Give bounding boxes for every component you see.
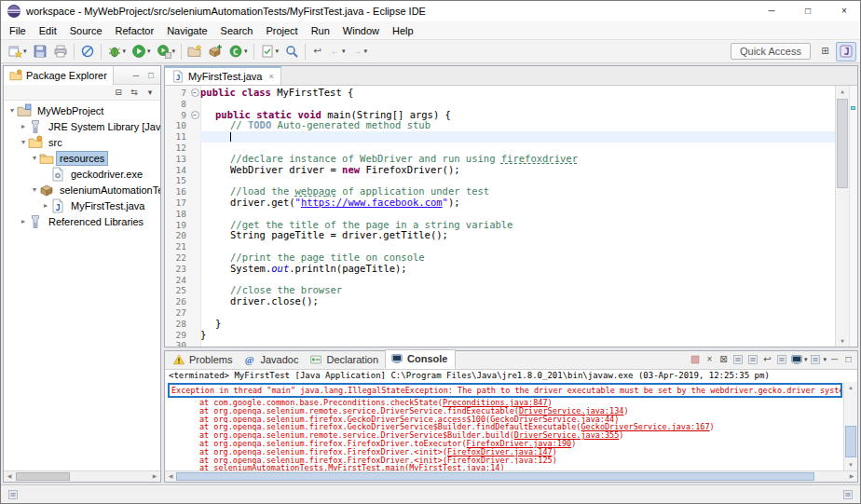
minimize-view-icon[interactable]: ─ — [130, 69, 143, 82]
menu-window[interactable]: Window — [336, 23, 386, 38]
fold-collapse-icon[interactable]: − — [191, 111, 199, 119]
last-edit-location-button[interactable]: ↩ — [308, 42, 326, 61]
run-button[interactable]: ▾ — [129, 42, 154, 61]
dropdown-icon[interactable]: ▾ — [364, 48, 368, 55]
menu-refactor[interactable]: Refactor — [109, 23, 161, 38]
stack-trace-link[interactable]: DriverService.java:134 — [519, 407, 624, 415]
dropdown-icon[interactable]: ▾ — [276, 48, 280, 55]
vscroll-thumb[interactable] — [837, 99, 848, 188]
fold-collapse-icon[interactable]: − — [191, 89, 199, 97]
new-java-class-button[interactable]: C▾ — [226, 42, 251, 61]
tree-item-src[interactable]: ▾src — [4, 134, 160, 150]
print-button[interactable] — [50, 42, 71, 61]
dropdown-icon[interactable]: ▾ — [23, 48, 27, 55]
console-tab-declaration[interactable]: Declaration — [305, 351, 385, 369]
back-button[interactable]: ←▾ — [326, 42, 348, 61]
remove-launch-button[interactable]: × — [704, 352, 716, 367]
stack-trace-link[interactable]: GeckoDriverService.java:44 — [490, 415, 614, 424]
minimize-view-button[interactable]: ─ — [828, 352, 840, 367]
scroll-right-icon[interactable]: ▶ — [846, 471, 857, 482]
tree-collapsed-icon[interactable]: ▸ — [19, 217, 28, 225]
stack-trace-link[interactable]: FirefoxDriver.java:147 — [447, 448, 553, 456]
scroll-left-icon[interactable]: ◀ — [4, 471, 15, 482]
console-hscrollbar[interactable]: ◀ ▶ — [165, 470, 857, 482]
clear-console-button[interactable] — [731, 352, 745, 367]
overview-annotation-mark[interactable] — [851, 106, 855, 110]
display-selected-console-button[interactable]: ▾ — [790, 352, 808, 367]
tree-item-geckodriver-exe[interactable]: geckodriver.exe — [4, 166, 160, 182]
menu-run[interactable]: Run — [305, 23, 336, 38]
stack-trace-link[interactable]: DriverService.java:355 — [514, 431, 620, 440]
tree-expanded-icon[interactable]: ▾ — [30, 154, 39, 162]
dropdown-icon[interactable]: ▾ — [342, 48, 346, 55]
run-external-tools-button[interactable]: ▾ — [154, 42, 179, 61]
tree-collapsed-icon[interactable]: ▸ — [41, 201, 50, 210]
tree-item-resources[interactable]: ▾resources — [4, 150, 160, 166]
menu-navigate[interactable]: Navigate — [160, 23, 213, 38]
console-vscrollbar[interactable]: ▲ ▼ — [843, 382, 857, 470]
skip-all-breakpoints-button[interactable] — [77, 42, 98, 61]
open-console-button[interactable]: ▾ — [809, 352, 827, 367]
scroll-up-icon[interactable]: ▲ — [844, 382, 857, 393]
stack-trace-link[interactable]: Preconditions.java:847 — [443, 399, 548, 407]
dropdown-icon[interactable]: ▾ — [172, 48, 176, 55]
scroll-left-icon[interactable]: ◀ — [165, 471, 176, 482]
package-explorer-tab[interactable]: Package Explorer — [4, 66, 114, 85]
menu-source[interactable]: Source — [63, 23, 109, 38]
remove-all-launches-button[interactable]: ⊠ — [718, 352, 730, 367]
dropdown-icon[interactable]: ▾ — [244, 48, 248, 55]
stack-trace-link[interactable]: GeckoDriverService.java:167 — [581, 423, 709, 431]
tree-collapsed-icon[interactable]: ▸ — [19, 122, 28, 130]
menu-project[interactable]: Project — [259, 23, 304, 38]
quick-access-button[interactable]: Quick Access — [731, 43, 811, 60]
stack-trace-link[interactable]: FirefoxDriver.java:190 — [467, 440, 572, 448]
scroll-down-icon[interactable]: ▼ — [844, 459, 857, 470]
save-button[interactable] — [30, 42, 50, 61]
package-explorer-hscrollbar[interactable]: ◀ ▶ — [4, 470, 160, 482]
new-java-project-button[interactable] — [184, 42, 205, 61]
view-menu-icon[interactable]: ▾ — [144, 86, 157, 99]
collapse-all-icon[interactable]: ⊟ — [112, 86, 125, 99]
maximize-view-icon[interactable]: □ — [144, 69, 157, 82]
new-wizard-button[interactable]: ▾ — [5, 42, 30, 61]
stack-trace-link[interactable]: FirefoxDriver.java:125 — [447, 456, 553, 465]
maximize-view-button[interactable]: □ — [842, 352, 854, 367]
new-java-package-button[interactable] — [205, 42, 226, 61]
scroll-down-icon[interactable]: ▼ — [836, 335, 849, 347]
dropdown-icon[interactable]: ▾ — [823, 356, 827, 363]
scroll-right-icon[interactable]: ▶ — [149, 471, 160, 482]
console-tab-javadoc[interactable]: @Javadoc — [239, 351, 305, 369]
tree-item-seleniumautomationtests[interactable]: ▾seleniumAutomationTests — [4, 182, 160, 198]
tree-expanded-icon[interactable]: ▾ — [7, 106, 17, 115]
maximize-button[interactable]: □ — [792, 1, 824, 21]
scroll-lock-button[interactable] — [746, 352, 759, 367]
hscroll-thumb[interactable] — [176, 472, 814, 481]
dropdown-icon[interactable]: ▾ — [123, 48, 127, 55]
menu-file[interactable]: File — [3, 23, 33, 38]
pin-console-button[interactable] — [775, 352, 788, 367]
hscroll-thumb[interactable] — [16, 472, 70, 481]
tree-item-mywebproject[interactable]: ▾MyWebProject — [4, 102, 160, 118]
close-button[interactable]: × — [828, 1, 860, 21]
tree-item-jre-system-library-javase-1-8[interactable]: ▸JRE System Library [JavaSE-1.8] — [4, 118, 160, 134]
menu-edit[interactable]: Edit — [33, 23, 63, 38]
editor-tab-close-icon[interactable]: × — [268, 72, 273, 81]
editor-tab-myfirsttest[interactable]: J MyFirstTest.java × — [165, 66, 281, 85]
dropdown-icon[interactable]: ▾ — [804, 356, 808, 363]
minimize-button[interactable]: ─ — [756, 1, 787, 21]
perspective-java-button[interactable]: J — [836, 42, 856, 61]
search-button[interactable] — [281, 42, 302, 61]
code-editor[interactable]: 7−public class MyFirstTest {89−public st… — [165, 86, 835, 347]
tree-expanded-icon[interactable]: ▾ — [30, 185, 39, 194]
word-wrap-button[interactable]: ↩ — [761, 352, 773, 367]
open-task-button[interactable]: ▾ — [257, 42, 282, 61]
console-output[interactable]: Exception in thread "main" java.lang.Ill… — [165, 382, 843, 470]
open-perspective-button[interactable]: ⊞ — [816, 42, 834, 61]
debug-button[interactable]: ▾ — [104, 42, 130, 61]
vscroll-thumb[interactable] — [845, 426, 856, 457]
forward-button[interactable]: →▾ — [348, 42, 371, 61]
editor-vscrollbar[interactable]: ▲ ▼ — [835, 86, 849, 347]
tree-expanded-icon[interactable]: ▾ — [19, 138, 28, 146]
dropdown-icon[interactable]: ▾ — [147, 48, 151, 55]
console-tab-problems[interactable]: Problems — [168, 351, 239, 369]
